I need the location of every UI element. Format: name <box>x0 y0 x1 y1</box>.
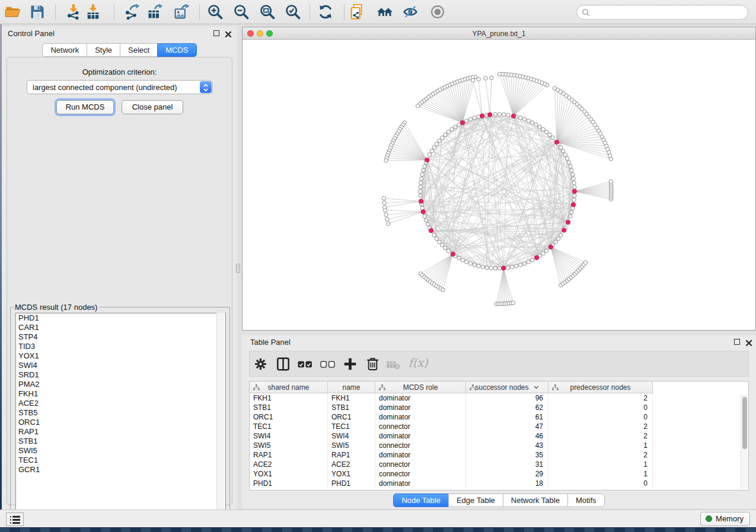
network-ring-node <box>493 113 497 116</box>
column-header-shared-name[interactable]: shared name <box>250 382 328 393</box>
mcds-node-item[interactable]: SWI5 <box>16 446 225 456</box>
mcds-node-item[interactable]: CAR1 <box>16 323 225 332</box>
mcds-node-item[interactable]: SWI4 <box>16 361 225 370</box>
table-row[interactable]: ACE2ACE2connector311 <box>250 460 653 469</box>
show-all-icon[interactable] <box>429 4 446 20</box>
table-row[interactable]: ORC1ORC1dominator610 <box>250 412 653 422</box>
task-history-button[interactable] <box>6 512 24 526</box>
mcds-node-item[interactable]: SRD1 <box>16 370 225 380</box>
mcds-node-item[interactable]: PHD1 <box>16 313 225 323</box>
column-header-name[interactable]: name <box>328 382 375 393</box>
cell-shared-name: FKH1 <box>250 393 328 403</box>
table-row[interactable]: SWI4SWI4dominator462 <box>250 431 653 441</box>
close-panel-button[interactable] <box>225 30 232 37</box>
table-row[interactable]: FKH1FKH1dominator962 <box>250 393 653 403</box>
table-row[interactable]: RAP1RAP1dominator352 <box>250 450 653 460</box>
mcds-result-list[interactable]: PHD1CAR1STP4TID3YOX1SWI4SRD1PMA2FKH1ACE2… <box>15 313 226 521</box>
mcds-node-item[interactable]: RAP1 <box>16 427 225 437</box>
network-ring-node <box>573 185 576 189</box>
table-scrollbar[interactable] <box>741 395 748 489</box>
tab-network-table[interactable]: Network Table <box>503 493 568 507</box>
mcds-node-item[interactable]: STB5 <box>16 408 225 418</box>
network-window: YPA_prune.txt_1 <box>242 27 756 331</box>
export-image-icon[interactable] <box>173 4 190 20</box>
mcds-node-item[interactable]: FKH1 <box>16 389 225 399</box>
table-row[interactable]: STB1STB1dominator620 <box>250 403 653 412</box>
network-canvas-svg[interactable] <box>243 40 755 330</box>
cell-successor-nodes: 47 <box>466 422 548 431</box>
table-row[interactable]: TEC1TEC1connector472 <box>250 422 653 431</box>
memory-button[interactable]: Memory <box>700 512 750 526</box>
run-mcds-button[interactable]: Run MCDS <box>56 100 114 114</box>
cell-successor-nodes: 43 <box>466 441 548 450</box>
tab-select[interactable]: Select <box>120 43 158 57</box>
close-table-panel-button[interactable] <box>745 338 752 345</box>
delete-column-trash-icon[interactable] <box>366 357 379 371</box>
toolbar-separator <box>55 4 56 20</box>
hide-selected-icon[interactable] <box>402 4 419 20</box>
add-column-icon[interactable] <box>343 357 357 371</box>
mcds-node-item[interactable]: ORC1 <box>16 418 225 427</box>
import-table-icon[interactable] <box>85 4 101 20</box>
network-leaf-node <box>553 86 556 90</box>
network-nodes[interactable] <box>382 72 613 306</box>
open-file-icon[interactable] <box>5 4 21 20</box>
cell-predecessor-nodes: 1 <box>548 469 653 479</box>
float-window-button[interactable] <box>213 30 219 36</box>
network-ring-node <box>530 258 534 262</box>
column-header-predecessor-nodes[interactable]: predecessor nodes <box>548 382 653 393</box>
first-neighbors-icon[interactable] <box>377 4 393 20</box>
select-all-checkboxes-icon[interactable] <box>298 360 312 368</box>
criterion-dropdown[interactable]: largest connected component (undirected) <box>27 80 213 94</box>
toolbar-separator <box>344 4 344 20</box>
network-leaf-node <box>382 197 385 200</box>
close-panel-button-secondary[interactable]: Close panel <box>122 100 183 114</box>
export-network-icon[interactable] <box>123 4 140 20</box>
table-row[interactable]: YOX1YOX1connector291 <box>250 469 653 479</box>
table-row[interactable]: SWI5SWI5connector431 <box>250 441 653 450</box>
search-input[interactable] <box>594 6 742 18</box>
tab-mcds[interactable]: MCDS <box>157 43 196 57</box>
mcds-node-item[interactable]: STP4 <box>16 332 225 342</box>
table-row[interactable]: PHD1PHD1dominator180 <box>250 479 653 488</box>
mcds-node-item[interactable]: TID3 <box>16 342 225 351</box>
toolbar-separator <box>199 4 200 20</box>
mcds-result-title: MCDS result (17 nodes) <box>13 303 99 312</box>
mcds-node-item[interactable]: YOX1 <box>16 351 225 361</box>
network-window-titlebar[interactable]: YPA_prune.txt_1 <box>243 27 755 40</box>
cell-name: SWI5 <box>328 441 375 450</box>
tab-edge-table[interactable]: Edge Table <box>448 493 503 507</box>
mcds-list-scrollbar[interactable] <box>216 313 225 521</box>
tab-node-table[interactable]: Node Table <box>393 493 449 507</box>
memory-status-icon <box>706 515 712 522</box>
mcds-node-item[interactable]: TEC1 <box>16 456 225 465</box>
mcds-node-item[interactable]: STB1 <box>16 437 225 446</box>
deselect-all-checkboxes-icon[interactable] <box>320 360 335 368</box>
apply-layout-icon[interactable] <box>317 4 334 20</box>
network-canvas[interactable] <box>243 40 755 330</box>
zoom-fit-icon[interactable] <box>259 4 276 20</box>
tab-style[interactable]: Style <box>87 43 120 57</box>
zoom-selected-icon[interactable] <box>285 4 301 20</box>
desktop-background-strip <box>0 527 756 532</box>
network-ring-node <box>572 198 576 201</box>
clone-network-icon[interactable] <box>349 4 365 20</box>
column-visibility-icon[interactable] <box>276 357 290 371</box>
mcds-node-item[interactable]: GCR1 <box>16 465 225 475</box>
zoom-in-icon[interactable] <box>207 4 224 20</box>
network-ring-node <box>559 233 563 237</box>
table-options-gear-icon[interactable] <box>254 357 267 371</box>
panel-splitter-handle[interactable] <box>236 264 240 273</box>
table-scrollbar-thumb[interactable] <box>742 397 747 449</box>
column-header-mcds-role[interactable]: MCDS role <box>375 382 466 393</box>
float-table-panel-button[interactable] <box>734 339 740 345</box>
import-network-icon[interactable] <box>65 4 82 20</box>
save-session-icon[interactable] <box>29 4 46 20</box>
tab-motifs[interactable]: Motifs <box>567 493 605 507</box>
zoom-out-icon[interactable] <box>233 4 250 20</box>
column-header-successor-nodes[interactable]: successor nodes <box>466 382 548 393</box>
tab-network[interactable]: Network <box>42 43 87 57</box>
export-table-icon[interactable] <box>146 4 163 20</box>
mcds-node-item[interactable]: PMA2 <box>16 380 225 389</box>
mcds-node-item[interactable]: ACE2 <box>16 399 225 408</box>
